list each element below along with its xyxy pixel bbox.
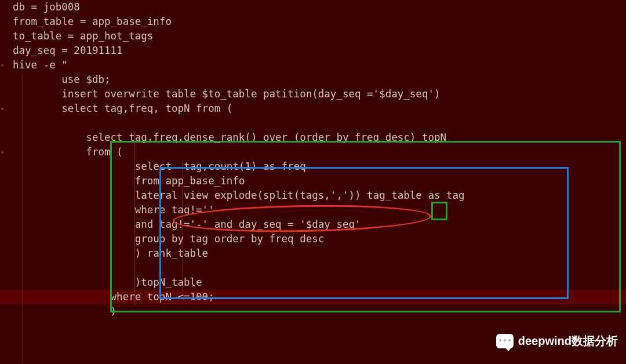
code-text: select tag,count(1) as freq [13, 161, 306, 172]
code-line: to_table = app_hot_tags [0, 29, 626, 43]
code-text: to_table = app_hot_tags [13, 30, 153, 42]
code-line: select tag,count(1) as freq [0, 159, 626, 174]
code-text: ) rank_table [13, 247, 208, 259]
code-line [0, 261, 626, 275]
code-text: select tag,freq,dense_rank() over (order… [13, 132, 446, 143]
code-line: ▾ from ( [0, 145, 626, 159]
code-editor: db = job008 from_table = app_base_info t… [0, 0, 626, 319]
code-text: select tag,freq, topN from ( [13, 103, 232, 114]
code-line: from_table = app_base_info [0, 14, 626, 29]
watermark: deepwind数据分析 [496, 333, 618, 349]
code-line: ▾ select tag,freq, topN from ( [0, 101, 626, 116]
code-line: ) [0, 304, 626, 319]
code-text: insert overwrite table $to_table patitio… [13, 88, 441, 100]
code-text: from_table = app_base_info [13, 16, 172, 27]
fold-caret-icon[interactable]: ▾ [1, 145, 4, 159]
code-line: from app_base_info [0, 174, 626, 188]
code-text: from ( [13, 146, 123, 158]
code-line: and tag!='-' and day_seq = '$day_seq' [0, 217, 626, 232]
code-line: use $db; [0, 72, 626, 87]
code-text: db = job008 [13, 1, 80, 13]
code-line: group by tag order by freq desc [0, 232, 626, 246]
code-line: db = job008 [0, 0, 626, 14]
code-line: lateral view explode(split(tags,',')) ta… [0, 188, 626, 203]
code-line: insert overwrite table $to_table patitio… [0, 87, 626, 101]
code-line: ▾hive -e " [0, 58, 626, 72]
code-line: ) rank_table [0, 246, 626, 261]
code-text: day_seq = 20191111 [13, 45, 123, 56]
code-line-current: where topN <=100; [0, 290, 626, 304]
fold-caret-icon[interactable]: ▾ [1, 58, 4, 72]
code-text: from app_base_info [13, 175, 245, 187]
code-text: lateral view explode(split(tags,',')) ta… [13, 190, 465, 201]
code-text: ) [13, 305, 117, 317]
code-text: use $db; [13, 74, 111, 85]
watermark-text: deepwind数据分析 [518, 333, 618, 349]
code-text: where topN <=100; [13, 291, 214, 303]
code-text: and tag!='-' and day_seq = '$day_seq' [13, 219, 361, 230]
code-text: )topN_table [13, 276, 202, 288]
code-line: where tag!='' [0, 203, 626, 217]
code-line: select tag,freq,dense_rank() over (order… [0, 130, 626, 145]
wechat-bubble-icon [496, 334, 514, 348]
code-line: day_seq = 20191111 [0, 43, 626, 58]
fold-caret-icon[interactable]: ▾ [1, 101, 4, 116]
code-line: )topN_table [0, 275, 626, 290]
code-text: group by tag order by freq desc [13, 233, 324, 245]
code-text: hive -e " [13, 59, 68, 71]
code-text: where tag!='' [13, 204, 214, 216]
code-line [0, 116, 626, 130]
